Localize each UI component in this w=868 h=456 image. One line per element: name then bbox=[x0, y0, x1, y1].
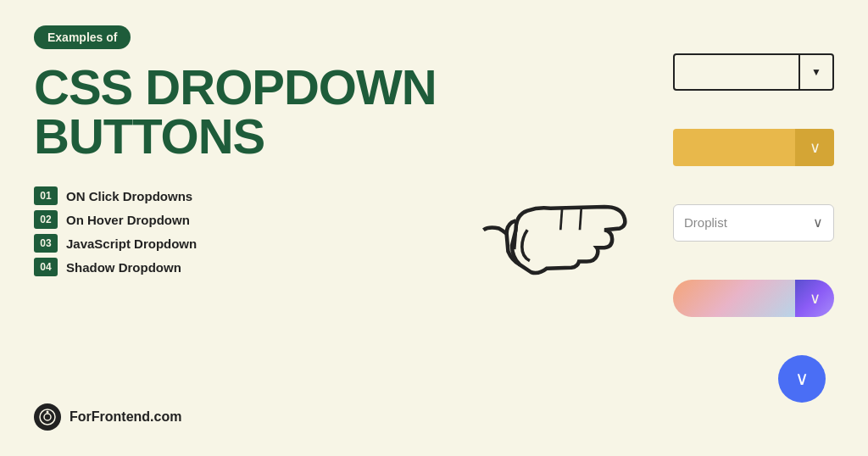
svg-line-3 bbox=[560, 209, 562, 230]
examples-badge: Examples of bbox=[34, 25, 131, 49]
list-label-4: Shadow Dropdown bbox=[66, 260, 181, 275]
main-title: CSS DROPDOWN BUTTONS bbox=[34, 63, 444, 161]
center-hand-section bbox=[461, 25, 648, 431]
dropdown-gradient[interactable]: ∨ bbox=[673, 280, 834, 317]
feature-list: 01 ON Click Dropdowns 02 On Hover Dropdo… bbox=[34, 186, 444, 276]
chevron-down-icon: ∨ bbox=[810, 289, 821, 308]
dropdown-classic-main[interactable] bbox=[675, 55, 798, 89]
dropdown-classic-arrow[interactable]: ▼ bbox=[798, 55, 832, 89]
list-number-2: 02 bbox=[34, 210, 58, 229]
chevron-down-icon: ▼ bbox=[811, 66, 821, 78]
svg-point-2 bbox=[47, 411, 49, 414]
dropdown-circle-blue[interactable]: ∨ bbox=[778, 355, 826, 403]
dropdown-yellow-arrow[interactable]: ∨ bbox=[795, 129, 834, 166]
brand-logo bbox=[34, 403, 61, 431]
brand-name: ForFrontend.com bbox=[70, 409, 181, 425]
list-item: 03 JavaScript Dropdown bbox=[34, 234, 444, 253]
hand-pointing-icon bbox=[470, 160, 639, 296]
dropdown-yellow-main[interactable] bbox=[673, 129, 795, 166]
chevron-down-icon: ∨ bbox=[813, 214, 823, 231]
right-section: ▼ ∨ Droplist ∨ ∨ ∨ bbox=[648, 25, 834, 431]
list-item: 01 ON Click Dropdowns bbox=[34, 186, 444, 205]
dropdown-classic[interactable]: ▼ bbox=[673, 53, 834, 91]
list-label-2: On Hover Dropdown bbox=[66, 213, 190, 227]
list-number-4: 04 bbox=[34, 258, 58, 276]
svg-line-4 bbox=[580, 208, 581, 230]
chevron-down-icon: ∨ bbox=[795, 368, 809, 390]
list-item: 02 On Hover Dropdown bbox=[34, 210, 444, 229]
dropdown-droplist-label: Droplist bbox=[684, 215, 727, 230]
svg-point-1 bbox=[44, 414, 51, 420]
dropdown-gradient-main[interactable] bbox=[673, 280, 795, 317]
dropdown-gradient-arrow[interactable]: ∨ bbox=[795, 280, 834, 317]
left-section: Examples of CSS DROPDOWN BUTTONS 01 ON C… bbox=[34, 25, 461, 431]
dropdown-yellow[interactable]: ∨ bbox=[673, 129, 834, 166]
dropdown-droplist[interactable]: Droplist ∨ bbox=[673, 204, 834, 242]
page-container: Examples of CSS DROPDOWN BUTTONS 01 ON C… bbox=[0, 0, 868, 456]
list-number-1: 01 bbox=[34, 186, 58, 205]
list-item: 04 Shadow Dropdown bbox=[34, 258, 444, 276]
chevron-down-icon: ∨ bbox=[810, 138, 821, 157]
list-label-1: ON Click Dropdowns bbox=[66, 189, 192, 203]
list-label-3: JavaScript Dropdown bbox=[66, 236, 197, 251]
brand-footer: ForFrontend.com bbox=[34, 395, 444, 431]
list-number-3: 03 bbox=[34, 234, 58, 253]
